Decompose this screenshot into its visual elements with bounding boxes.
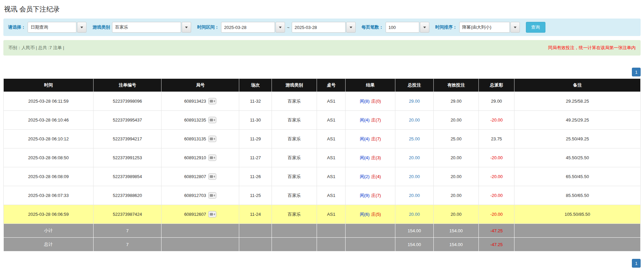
empty-cell bbox=[239, 238, 272, 251]
total-bet-link[interactable]: 20.00 bbox=[409, 212, 420, 217]
cell-game-type: 百家乐 bbox=[272, 205, 317, 224]
table-row: 2025-03-28 06:07:33 522373988620 6089127… bbox=[4, 186, 641, 205]
time-sort-dropdown-button[interactable] bbox=[510, 22, 520, 33]
result-player: 闲(8) bbox=[360, 99, 369, 104]
empty-cell bbox=[317, 224, 346, 238]
cell-session: 11-27 bbox=[239, 148, 272, 167]
video-replay-icon[interactable] bbox=[208, 211, 216, 217]
cell-result: 闲(4)庄(3) bbox=[346, 148, 395, 167]
valid-bet-notice: 同局有效投注，统一计算在该局第一张注单内 bbox=[548, 45, 636, 51]
empty-cell bbox=[514, 238, 641, 251]
cell-round: 608912703 bbox=[162, 186, 239, 205]
empty-cell bbox=[346, 224, 395, 238]
cell-session: 11-24 bbox=[239, 205, 272, 224]
round-number: 608912703 bbox=[184, 193, 206, 198]
result-banker: 庄(0) bbox=[371, 99, 381, 104]
date-from-input[interactable] bbox=[221, 22, 275, 33]
cell-table-no: AS1 bbox=[317, 92, 346, 111]
page-1-button[interactable]: 1 bbox=[632, 259, 641, 268]
date-from-combobox bbox=[221, 22, 285, 33]
per-page-input[interactable] bbox=[386, 22, 419, 33]
total-total-bet: 154.00 bbox=[395, 238, 434, 251]
time-sort-input[interactable] bbox=[459, 22, 510, 33]
empty-cell bbox=[346, 238, 395, 251]
round-number: 608912807 bbox=[184, 174, 206, 179]
cell-session: 11-25 bbox=[239, 186, 272, 205]
date-from-dropdown-button[interactable] bbox=[276, 22, 285, 33]
result-player: 闲(2) bbox=[360, 174, 369, 179]
round-number: 608912607 bbox=[184, 212, 206, 217]
game-type-label: 游戏类别 bbox=[93, 24, 110, 30]
table-row: 2025-03-28 06:11:59 522373998096 6089134… bbox=[4, 92, 641, 111]
cell-payout: -20.00 bbox=[479, 111, 514, 130]
video-replay-icon[interactable] bbox=[208, 117, 216, 123]
cell-session: 11-32 bbox=[239, 92, 272, 111]
cell-bet-id: 522373988620 bbox=[93, 186, 162, 205]
cell-game-type: 百家乐 bbox=[272, 148, 317, 167]
total-bet-link[interactable]: 25.00 bbox=[409, 136, 420, 141]
round-number: 608912910 bbox=[184, 155, 206, 160]
cell-valid-bet: 20.00 bbox=[433, 205, 478, 224]
date-to-input[interactable] bbox=[292, 22, 346, 33]
select-type-combobox bbox=[28, 22, 86, 33]
select-type-input[interactable] bbox=[28, 22, 76, 33]
video-replay-icon[interactable] bbox=[208, 136, 216, 142]
col-header-note: 备注 bbox=[514, 79, 641, 92]
subtotal-count: 7 bbox=[93, 224, 162, 238]
cell-round: 608912910 bbox=[162, 148, 239, 167]
cell-valid-bet: 20.00 bbox=[433, 186, 478, 205]
video-replay-icon[interactable] bbox=[208, 173, 216, 180]
cell-time: 2025-03-28 06:08:50 bbox=[4, 148, 94, 167]
cell-total-bet: 25.00 bbox=[395, 130, 434, 148]
chevron-down-icon bbox=[185, 27, 188, 28]
subtotal-row: 小计 7 154.00 154.00 -47.25 bbox=[4, 224, 641, 238]
total-bet-link[interactable]: 20.00 bbox=[409, 174, 420, 179]
col-header-total-bet: 总投注 bbox=[395, 79, 434, 92]
total-payout: -47.25 bbox=[479, 238, 514, 251]
search-button[interactable]: 查询 bbox=[526, 22, 545, 33]
date-to-dropdown-button[interactable] bbox=[346, 22, 356, 33]
cell-time: 2025-03-28 06:06:59 bbox=[4, 205, 94, 224]
chevron-down-icon bbox=[80, 27, 83, 28]
subtotal-payout: -47.25 bbox=[479, 224, 514, 238]
cell-payout: -20.00 bbox=[479, 148, 514, 167]
cell-payout: -20.00 bbox=[479, 186, 514, 205]
total-bet-link[interactable]: 20.00 bbox=[409, 155, 420, 160]
chevron-down-icon bbox=[423, 27, 426, 28]
cell-note: 29.25/58.25 bbox=[514, 92, 641, 111]
cell-result: 闲(6)庄(5) bbox=[346, 205, 395, 224]
table-row: 2025-03-28 06:08:09 522373989854 6089128… bbox=[4, 167, 641, 186]
table-row: 2025-03-28 06:08:50 522373991253 6089129… bbox=[4, 148, 641, 167]
select-type-dropdown-button[interactable] bbox=[77, 22, 86, 33]
game-type-dropdown-button[interactable] bbox=[182, 22, 191, 33]
total-label: 总计 bbox=[4, 238, 94, 251]
cell-payout: 23.75 bbox=[479, 130, 514, 148]
result-banker: 庄(4) bbox=[371, 174, 381, 179]
cell-table-no: AS1 bbox=[317, 130, 346, 148]
select-type-label: 请选择： bbox=[8, 24, 26, 30]
time-range-label: 时间区间： bbox=[197, 24, 219, 30]
video-replay-icon[interactable] bbox=[208, 192, 216, 199]
cell-valid-bet: 29.00 bbox=[433, 92, 478, 111]
col-header-session: 场次 bbox=[239, 79, 272, 92]
total-bet-link[interactable]: 20.00 bbox=[409, 193, 420, 198]
cell-session: 11-30 bbox=[239, 111, 272, 130]
total-bet-link[interactable]: 29.00 bbox=[409, 99, 420, 104]
col-header-result: 结果 bbox=[346, 79, 395, 92]
cell-time: 2025-03-28 06:07:33 bbox=[4, 186, 94, 205]
per-page-dropdown-button[interactable] bbox=[420, 22, 429, 33]
result-banker: 庄(7) bbox=[371, 193, 381, 198]
empty-cell bbox=[317, 238, 346, 251]
cell-result: 闲(2)庄(4) bbox=[346, 167, 395, 186]
total-bet-link[interactable]: 20.00 bbox=[409, 117, 420, 123]
cell-total-bet: 20.00 bbox=[395, 167, 434, 186]
page-1-button[interactable]: 1 bbox=[632, 68, 641, 76]
col-header-round: 局号 bbox=[162, 79, 239, 92]
pagination-top: 1 bbox=[3, 68, 641, 76]
table-row: 2025-03-28 06:10:12 522373994217 6089131… bbox=[4, 130, 641, 148]
game-type-input[interactable] bbox=[112, 22, 181, 33]
video-replay-icon[interactable] bbox=[208, 98, 216, 104]
game-type-combobox bbox=[112, 22, 191, 33]
result-player: 闲(4) bbox=[360, 117, 369, 123]
video-replay-icon[interactable] bbox=[208, 155, 216, 161]
